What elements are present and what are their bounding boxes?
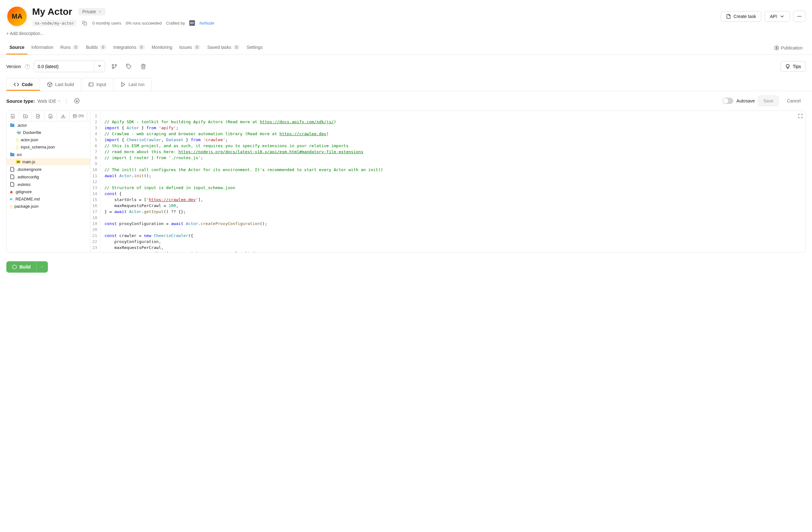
file-size-indicator: 0%: [70, 111, 87, 121]
folder-src[interactable]: src: [6, 151, 90, 158]
version-select[interactable]: [34, 60, 105, 72]
folder-plus-icon: [23, 114, 28, 118]
tab-source[interactable]: Source: [6, 41, 27, 55]
git-branch-icon: [112, 64, 117, 69]
tab-issues[interactable]: Issues0: [176, 41, 203, 55]
download-source-button[interactable]: [72, 96, 82, 106]
lightbulb-icon: [785, 64, 790, 69]
file-dockerignore[interactable]: .dockerignore: [6, 166, 90, 173]
file-icon: [726, 14, 731, 19]
svg-rect-10: [89, 83, 93, 86]
copy-slug-button[interactable]: [81, 19, 88, 27]
publication-link[interactable]: Publication: [771, 42, 806, 54]
api-button[interactable]: API: [765, 11, 790, 22]
delete-button[interactable]: [138, 61, 149, 72]
code-icon: [14, 82, 19, 87]
expand-editor-button[interactable]: [798, 113, 803, 120]
file-main-js[interactable]: JSmain.js: [6, 158, 90, 166]
chevron-down-icon: [58, 99, 61, 103]
line-numbers: 123456789101112131415161718192021222324: [90, 111, 101, 252]
package-icon: [47, 82, 53, 87]
version-label: Version: [6, 64, 21, 69]
tab-builds[interactable]: Builds0: [83, 41, 110, 55]
tab-integrations[interactable]: Integrations0: [110, 41, 148, 55]
package-icon: [12, 264, 17, 269]
input-icon: [88, 82, 94, 87]
save-button[interactable]: Save: [758, 96, 779, 106]
build-button[interactable]: Build: [6, 261, 36, 272]
page-title: My Actor: [32, 6, 72, 17]
file-icon: [10, 174, 15, 179]
rename-button[interactable]: [32, 111, 44, 121]
subtab-code[interactable]: Code: [6, 78, 40, 91]
file-dockerfile[interactable]: 🐳Dockerfile: [6, 129, 90, 136]
cancel-button[interactable]: Cancel: [782, 96, 806, 106]
copy-icon: [82, 21, 87, 26]
file-gitignore[interactable]: ◆.gitignore: [6, 188, 90, 195]
file-icon: [10, 167, 15, 172]
folder-icon: [10, 123, 15, 128]
subtab-last-build[interactable]: Last build: [40, 78, 81, 91]
new-folder-button[interactable]: [19, 111, 32, 121]
tab-runs[interactable]: Runs0: [57, 41, 82, 55]
monthly-users: 0 monthly users: [92, 21, 121, 26]
privacy-badge[interactable]: Private: [78, 8, 105, 15]
tag-button[interactable]: [124, 61, 134, 72]
code-content[interactable]: // Apify SDK - toolkit for building Apif…: [101, 111, 806, 252]
folder-icon: [10, 152, 15, 157]
add-description[interactable]: + Add description...: [0, 30, 812, 41]
svg-point-2: [801, 16, 801, 16]
edit-icon: [35, 114, 40, 118]
chevron-down-icon: [780, 14, 785, 19]
tab-saved-tasks[interactable]: Saved tasks0: [204, 41, 243, 55]
autosave-label: Autosave: [736, 98, 755, 103]
new-file-button[interactable]: [6, 111, 19, 121]
version-dropdown-toggle[interactable]: [94, 61, 105, 72]
download-circle-icon: [74, 98, 80, 104]
dollar-icon: [774, 45, 779, 51]
file-icon: [10, 182, 15, 187]
tips-button[interactable]: Tips: [781, 61, 806, 72]
crafted-by-label: Crafted by: [166, 21, 185, 26]
database-icon: [73, 114, 77, 118]
svg-marker-12: [121, 82, 125, 87]
tab-information[interactable]: Information: [28, 41, 56, 55]
subtab-input[interactable]: Input: [81, 78, 113, 91]
source-type-label: Source type:: [6, 98, 35, 104]
version-input[interactable]: [34, 61, 94, 72]
subtab-last-run[interactable]: Last run: [113, 78, 152, 91]
code-editor[interactable]: 123456789101112131415161718192021222324 …: [90, 111, 806, 252]
tab-monitoring[interactable]: Monitoring: [149, 41, 175, 55]
file-input-schema[interactable]: {}input_schema.json: [6, 143, 90, 151]
file-package-json[interactable]: {}package.json: [6, 202, 90, 210]
svg-point-3: [798, 16, 798, 16]
svg-point-1: [799, 16, 799, 16]
download-file-button[interactable]: [57, 111, 70, 121]
create-task-button[interactable]: Create task: [721, 11, 762, 22]
tag-icon: [126, 64, 132, 69]
git-branch-button[interactable]: [109, 61, 120, 72]
runs-succeeded: 0% runs succeeded: [126, 21, 162, 26]
trash-icon: [141, 64, 146, 69]
source-type-value[interactable]: Web IDE: [38, 98, 61, 104]
file-actor-json[interactable]: {}actor.json: [6, 136, 90, 143]
folder-actor[interactable]: .actor: [6, 121, 90, 129]
svg-point-22: [73, 114, 76, 115]
more-actions-button[interactable]: [793, 11, 806, 22]
file-readme[interactable]: M↓README.md: [6, 195, 90, 202]
chevron-down-icon: [98, 10, 102, 14]
ellipsis-icon: [797, 14, 802, 19]
svg-point-8: [127, 65, 128, 66]
delete-file-button[interactable]: [44, 111, 57, 121]
tab-settings[interactable]: Settings: [244, 41, 266, 55]
file-plus-icon: [10, 114, 15, 118]
file-x-icon: [48, 114, 53, 118]
author-badge: N×: [189, 20, 195, 26]
autosave-toggle[interactable]: [723, 98, 733, 104]
actor-slug: nx-node/my-actor: [32, 20, 76, 27]
version-info-icon[interactable]: ?: [25, 64, 30, 69]
build-dropdown-button[interactable]: [36, 261, 48, 272]
file-editorconfig[interactable]: .editorconfig: [6, 173, 90, 181]
author-link[interactable]: NxNode: [199, 21, 214, 26]
file-eslintrc[interactable]: .eslintrc: [6, 181, 90, 188]
